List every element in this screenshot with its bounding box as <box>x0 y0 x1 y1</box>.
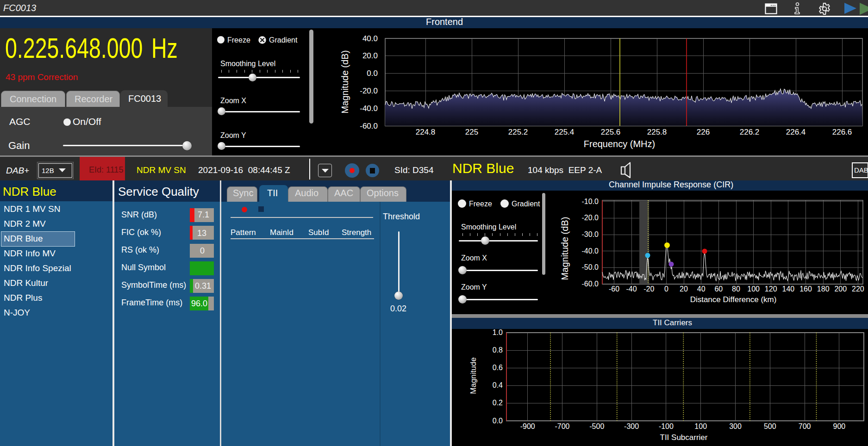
svg-text:100: 100 <box>747 285 760 293</box>
svg-text:TII Subcarrier: TII Subcarrier <box>660 433 708 442</box>
svg-text:-40: -40 <box>626 285 637 293</box>
svg-text:-20: -20 <box>643 285 654 293</box>
svg-text:-60.0: -60.0 <box>582 280 599 288</box>
svg-text:-20.0: -20.0 <box>582 214 599 222</box>
svg-text:-500: -500 <box>589 422 604 430</box>
svg-text:0.4: 0.4 <box>493 381 503 389</box>
svg-text:0.6: 0.6 <box>493 364 503 372</box>
svg-text:Magnitude (dB): Magnitude (dB) <box>560 217 570 280</box>
svg-text:-40.0: -40.0 <box>582 247 599 255</box>
svg-text:0.8: 0.8 <box>493 346 503 354</box>
svg-text:180: 180 <box>817 285 830 293</box>
svg-text:60: 60 <box>714 285 723 293</box>
svg-text:200: 200 <box>834 285 847 293</box>
svg-text:80: 80 <box>732 285 740 293</box>
svg-text:0.0: 0.0 <box>493 417 503 425</box>
svg-text:0: 0 <box>664 285 668 293</box>
svg-text:-60: -60 <box>609 285 619 293</box>
svg-text:120: 120 <box>765 285 777 293</box>
svg-text:100: 100 <box>694 422 707 430</box>
svg-text:Magnitude: Magnitude <box>469 357 478 394</box>
svg-text:-700: -700 <box>555 422 569 430</box>
svg-text:-100: -100 <box>659 422 674 430</box>
svg-text:1.0: 1.0 <box>493 328 503 336</box>
svg-text:140: 140 <box>782 285 795 293</box>
svg-text:0.2: 0.2 <box>493 399 503 407</box>
svg-text:-900: -900 <box>520 422 535 430</box>
svg-text:-10.0: -10.0 <box>582 198 599 205</box>
svg-text:900: 900 <box>833 422 846 430</box>
svg-text:700: 700 <box>799 422 811 430</box>
svg-text:220: 220 <box>852 285 864 293</box>
svg-text:40: 40 <box>697 285 706 293</box>
svg-text:160: 160 <box>799 285 812 293</box>
svg-text:500: 500 <box>764 422 776 430</box>
svg-text:Distance Difference (km): Distance Difference (km) <box>690 295 777 304</box>
svg-text:300: 300 <box>729 422 742 430</box>
svg-text:20: 20 <box>680 285 688 293</box>
svg-text:-50.0: -50.0 <box>582 263 599 271</box>
svg-text:-30.0: -30.0 <box>582 230 599 238</box>
svg-text:-300: -300 <box>624 422 639 430</box>
